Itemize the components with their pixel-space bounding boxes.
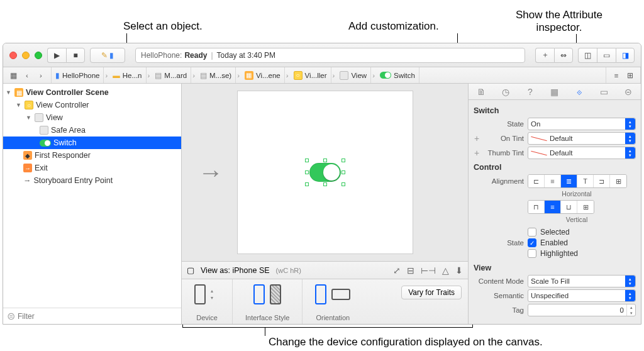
back-button[interactable]: ‹ — [21, 72, 33, 79]
identity-inspector-tab[interactable]: ▦ — [547, 87, 562, 97]
portrait-icon[interactable] — [315, 284, 326, 304]
viewas-bar: ▢ View as: iPhone SE (wC hR) ⤢ ⊟ ⊢⊣ △ ⬇ — [182, 261, 468, 279]
align-icon[interactable]: ⊟ — [407, 265, 414, 276]
forward-button[interactable]: › — [35, 72, 47, 79]
toggle-inspector-button[interactable]: ◨ — [616, 48, 635, 63]
state-select[interactable]: On — [528, 118, 636, 130]
viewas-label[interactable]: View as: iPhone SE — [201, 266, 270, 275]
first-responder-row[interactable]: ◆ First Responder — [3, 149, 181, 162]
switch-row[interactable]: Switch — [3, 136, 181, 149]
filter-input[interactable] — [18, 312, 177, 321]
help-inspector-tab[interactable]: ? — [523, 87, 538, 97]
connections-inspector-tab[interactable]: ⊝ — [621, 87, 636, 97]
vc-row[interactable]: ▼○ View Controller — [3, 99, 181, 111]
entry-arrow-icon: → — [198, 159, 223, 187]
jump-seg8[interactable]: Switch — [376, 67, 419, 83]
zoom-fit-icon[interactable]: ⤢ — [393, 265, 401, 276]
zoom-window-button[interactable] — [35, 52, 42, 59]
toggle-navigator-button[interactable]: ◫ — [578, 48, 597, 63]
jump-seg6[interactable]: ○Vi...ller — [290, 67, 331, 83]
adjust-editor-icon[interactable]: ⊞ — [624, 71, 636, 80]
orientation-label: Orientation — [316, 314, 350, 321]
history-inspector-tab[interactable]: ◷ — [498, 87, 513, 97]
semantic-label: Semantic — [474, 292, 524, 299]
file-inspector-tab[interactable]: 🗎 — [474, 87, 489, 97]
viewcontroller-icon: ○ — [25, 101, 33, 109]
vary-for-traits-button[interactable]: Vary for Traits — [401, 286, 462, 299]
jump-project[interactable]: ▮HelloPhone — [52, 67, 104, 83]
resolve-icon[interactable]: △ — [442, 265, 449, 276]
scene-icon: ▦ — [14, 88, 23, 97]
ontint-select[interactable]: Default — [528, 132, 636, 145]
dark-style-icon[interactable] — [270, 284, 281, 304]
size-inspector-tab[interactable]: ▭ — [596, 87, 611, 97]
annotation-add-customization: Add customization. — [348, 20, 439, 33]
annotation-line — [472, 325, 473, 328]
selection-handles[interactable] — [307, 160, 343, 184]
semantic-select[interactable]: Unspecified — [528, 289, 636, 302]
horizontal-alignment-segmented[interactable]: ⊏≡≣T⊐⊞ — [528, 174, 627, 188]
device-frame[interactable] — [237, 91, 413, 254]
outline-icon[interactable]: ≡ — [610, 72, 623, 79]
orientation-group: Orientation — [303, 279, 363, 324]
device-label: Device — [196, 314, 218, 321]
jump-seg2[interactable]: ▬He...n — [109, 67, 146, 83]
device-stepper[interactable]: ▴▾ — [211, 288, 219, 301]
toggle-debug-button[interactable]: ▭ — [597, 48, 616, 63]
related-items-icon[interactable]: ▦ — [7, 71, 19, 80]
outline-toggle-icon[interactable]: ▢ — [187, 265, 194, 275]
add-customization-button[interactable]: + — [474, 148, 480, 158]
highlighted-checkbox[interactable] — [528, 249, 536, 258]
activity-status: HelloPhone: Ready | Today at 3:40 PM — [135, 48, 525, 63]
status-project: HelloPhone: — [141, 51, 182, 60]
stop-button[interactable]: ■ — [66, 48, 85, 63]
filter-icon: ⊜ — [7, 310, 15, 322]
entry-point-row[interactable]: → Storyboard Entry Point — [3, 174, 181, 187]
device-phone-icon[interactable] — [194, 284, 206, 304]
safearea-icon — [40, 126, 48, 135]
panel-toggle-group: ◫ ▭ ◨ — [578, 48, 635, 63]
run-button[interactable]: ▶ — [47, 48, 66, 63]
annotation-line — [182, 327, 473, 328]
control-section-title: Control — [474, 163, 636, 172]
safearea-row[interactable]: Safe Area — [3, 124, 181, 136]
landscape-icon[interactable] — [331, 289, 350, 300]
outline-filter: ⊜ — [3, 308, 181, 324]
xcode-window: ▶ ■ ✎ ▮ HelloPhone: Ready | Today at 3:4… — [3, 43, 641, 325]
status-time: Today at 3:40 PM — [217, 51, 275, 60]
embed-icon[interactable]: ⬇ — [455, 265, 463, 276]
inspector-tabs: 🗎 ◷ ? ▦ ⟐ ▭ ⊝ — [469, 84, 641, 100]
status-state: Ready — [184, 51, 207, 60]
scheme-selector[interactable]: ✎ ▮ — [90, 48, 125, 63]
pin-icon[interactable]: ⊢⊣ — [421, 265, 436, 276]
scene-row[interactable]: ▼▦ View Controller Scene — [3, 86, 181, 99]
ontint-label: On Tint — [484, 135, 524, 142]
tag-label: Tag — [474, 306, 524, 314]
attributes-inspector-tab[interactable]: ⟐ — [572, 87, 587, 97]
thumbtint-select[interactable]: Default — [528, 147, 636, 159]
canvas-view[interactable]: → — [182, 84, 468, 261]
jump-seg5[interactable]: ▦Vi...ene — [241, 67, 285, 83]
jump-seg4[interactable]: ▤M...se) — [196, 67, 236, 83]
library-group: ＋ ⇔ — [535, 48, 573, 63]
close-window-button[interactable] — [9, 52, 17, 59]
view-row[interactable]: ▼ View — [3, 111, 181, 124]
add-customization-button[interactable]: + — [474, 133, 480, 143]
horizontal-label: Horizontal — [518, 190, 636, 198]
contentmode-select[interactable]: Scale To Fill — [528, 275, 636, 287]
jump-seg3[interactable]: ▤M...ard — [151, 67, 191, 83]
device-group: ▴▾ Device — [182, 279, 233, 324]
code-review-button[interactable]: ⇔ — [554, 48, 573, 63]
jump-seg7[interactable]: View — [336, 67, 371, 83]
exit-row[interactable]: → Exit — [3, 162, 181, 174]
style-group: Interface Style — [233, 279, 303, 324]
light-style-icon[interactable] — [253, 284, 265, 304]
enabled-checkbox[interactable]: ✓ — [528, 238, 536, 247]
vertical-alignment-segmented[interactable]: ⊓≡⊔⊞ — [528, 200, 594, 214]
document-outline: ▼▦ View Controller Scene ▼○ View Control… — [3, 84, 182, 324]
library-button[interactable]: ＋ — [535, 48, 554, 63]
minimize-window-button[interactable] — [22, 52, 30, 59]
selected-checkbox[interactable] — [528, 228, 536, 237]
state-label: State — [484, 120, 524, 128]
tag-input[interactable]: 0▴▾ — [528, 304, 636, 316]
